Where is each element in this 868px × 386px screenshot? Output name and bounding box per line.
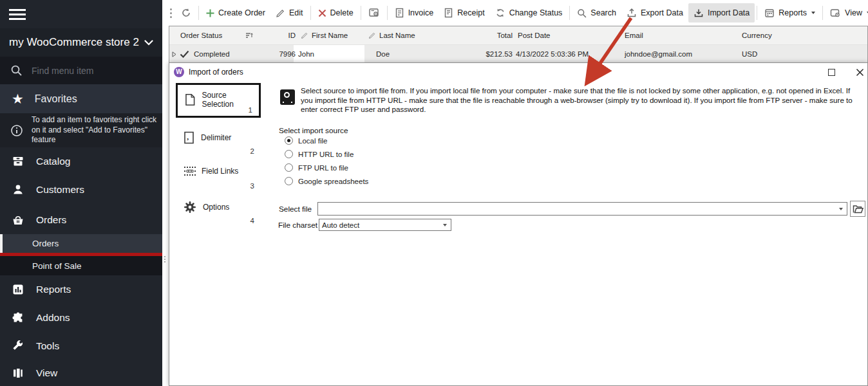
find-menu-item-input[interactable]	[32, 66, 141, 76]
chevron-down-icon	[144, 40, 153, 46]
radio-google-spreadsheets[interactable]: Google spreadsheets	[285, 177, 368, 185]
addons-icon	[12, 311, 24, 324]
select-file-combobox[interactable]	[317, 202, 847, 216]
toolbar-separator	[822, 6, 823, 20]
receipt-icon	[444, 8, 453, 18]
sidebar-search	[0, 57, 162, 84]
step-source-selection[interactable]: Source Selection 1	[176, 83, 261, 118]
document-icon	[185, 93, 196, 106]
view-dropdown-button[interactable]: View	[825, 3, 868, 23]
search-button[interactable]: Search	[572, 3, 621, 23]
refresh-button[interactable]	[176, 3, 196, 23]
col-header-order-status[interactable]: Order Status	[180, 26, 222, 44]
close-icon	[856, 68, 864, 77]
step-label: Options	[203, 203, 229, 212]
order-row[interactable]: Completed 7996 John Doe $212.53 4/13/202…	[169, 45, 867, 63]
splitter-grip[interactable]	[164, 256, 165, 262]
import-data-label: Import Data	[708, 8, 750, 17]
change-status-icon	[495, 8, 505, 18]
cell-last-name: Doe	[376, 45, 390, 63]
cell-email: johndoe@gmail.com	[625, 45, 692, 63]
app-window: my WooCommerce store 2 ★ Favorites To ad…	[0, 0, 868, 386]
hamburger-menu-button[interactable]	[0, 0, 162, 28]
invoice-button[interactable]: Invoice	[390, 3, 439, 23]
sidebar: my WooCommerce store 2 ★ Favorites To ad…	[0, 0, 162, 386]
import-icon	[693, 8, 704, 18]
toolbar-grip-icon[interactable]	[166, 8, 176, 18]
col-header-total[interactable]: Total	[453, 26, 513, 44]
row-expand-arrow[interactable]	[172, 45, 176, 63]
cell-first-name[interactable]: John	[298, 45, 314, 63]
radio-http-url[interactable]: HTTP URL to file	[285, 150, 354, 158]
receipt-label: Receipt	[457, 8, 484, 17]
col-header-id[interactable]: ID	[266, 26, 296, 44]
sidebar-item-tools[interactable]: Tools	[0, 332, 162, 360]
delete-button[interactable]: Delete	[313, 3, 359, 23]
toolbar-separator	[361, 6, 361, 20]
toolbar: Create Order Edit Delete Invoice Receipt…	[166, 0, 868, 26]
col-header-post-date[interactable]: Post Date	[518, 26, 551, 44]
radio-icon	[285, 150, 293, 158]
info-text: Select source to import file from. If yo…	[301, 86, 862, 115]
edit-button[interactable]: Edit	[270, 3, 308, 23]
create-order-button[interactable]: Create Order	[201, 3, 270, 23]
import-data-button[interactable]: Import Data	[688, 3, 755, 23]
cell-post-date: 4/13/2022 5:03:36 PM	[516, 45, 589, 63]
maximize-icon	[828, 69, 835, 76]
step-field-links[interactable]: Field Links 3	[176, 160, 261, 192]
store-title: my WooCommerce store 2	[9, 36, 139, 49]
step-number: 3	[250, 182, 254, 190]
radio-icon	[285, 177, 293, 185]
sidebar-item-catalog[interactable]: Catalog	[0, 147, 162, 176]
sidebar-subitem-point-of-sale[interactable]: Point of Sale	[0, 256, 162, 275]
field-links-icon	[184, 166, 196, 176]
edit-label: Edit	[289, 8, 303, 17]
sidebar-item-orders[interactable]: Orders	[0, 206, 162, 234]
reports-dropdown-button[interactable]: Reports	[759, 3, 820, 23]
gear-icon	[184, 201, 196, 214]
star-icon: ★	[12, 92, 24, 106]
refresh-icon	[181, 8, 191, 18]
file-charset-dropdown[interactable]: Auto detect	[319, 219, 451, 231]
sidebar-subitem-orders[interactable]: Orders	[0, 234, 162, 253]
step-number: 2	[250, 147, 254, 155]
maximize-button[interactable]	[826, 67, 836, 77]
sidebar-item-favorites[interactable]: ★ Favorites	[0, 84, 162, 113]
store-switcher[interactable]: my WooCommerce store 2	[0, 28, 162, 57]
reports-icon	[12, 283, 24, 296]
status-check-icon	[180, 45, 189, 63]
customers-icon	[12, 183, 24, 196]
col-header-email[interactable]: Email	[625, 26, 643, 44]
receipt-button[interactable]: Receipt	[439, 3, 489, 23]
dialog-title: Import of orders	[189, 68, 243, 77]
col-header-last-name[interactable]: Last Name	[368, 26, 415, 44]
sidebar-item-label: View	[36, 367, 57, 379]
step-options[interactable]: Options 4	[176, 194, 261, 226]
sidebar-item-view[interactable]: View	[0, 360, 162, 386]
step-delimiter[interactable]: , Delimiter 2	[176, 125, 261, 157]
close-button[interactable]	[854, 67, 865, 77]
sort-ascending-icon	[245, 32, 253, 39]
delimiter-icon: ,	[184, 131, 194, 144]
plus-icon	[206, 9, 214, 17]
radio-ftp-url[interactable]: FTP URL to file	[285, 163, 348, 172]
import-orders-dialog: W Import of orders Source Selection 1 , …	[169, 62, 868, 386]
sidebar-item-reports[interactable]: Reports	[0, 275, 162, 304]
col-header-currency[interactable]: Currency	[742, 26, 772, 44]
pencil-icon	[301, 32, 308, 39]
export-data-button[interactable]: Export Data	[621, 3, 688, 23]
browse-file-button[interactable]	[850, 201, 865, 217]
sidebar-item-customers[interactable]: Customers	[0, 176, 162, 204]
radio-local-file[interactable]: Local file	[285, 136, 327, 145]
import-source-label: Select import source	[279, 126, 348, 135]
toolbar-separator	[569, 6, 570, 20]
sidebar-item-addons[interactable]: Addons	[0, 304, 162, 332]
cell-total: $212.53	[453, 45, 513, 63]
radio-icon	[285, 163, 293, 172]
col-header-first-name[interactable]: First Name	[301, 26, 348, 44]
print-preview-button[interactable]	[363, 3, 385, 23]
step-number: 4	[250, 217, 254, 225]
orders-icon	[12, 214, 24, 226]
toolbar-separator	[387, 6, 388, 20]
change-status-button[interactable]: Change Status	[490, 3, 568, 23]
